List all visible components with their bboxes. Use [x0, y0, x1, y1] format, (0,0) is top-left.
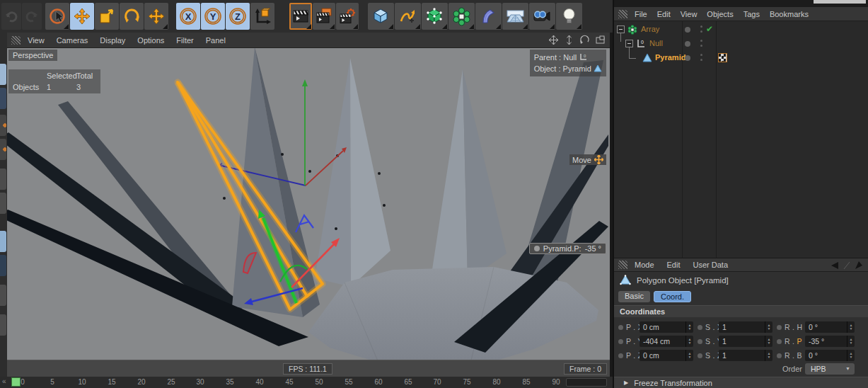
enabled-check-icon[interactable]: ✔ — [706, 24, 713, 34]
object-name[interactable]: Array — [641, 25, 659, 33]
keyframe-dot[interactable] — [777, 353, 782, 358]
undo-icon[interactable] — [1, 3, 21, 30]
toggle-layout-icon[interactable] — [595, 35, 606, 45]
render-settings-icon[interactable] — [336, 3, 359, 30]
viewport-canvas[interactable]: Perspective Selected Total Objects 1 3 P… — [7, 48, 610, 360]
render-dots[interactable] — [700, 54, 702, 62]
tree-row-array[interactable]: Array ✔ — [614, 23, 868, 37]
object-name[interactable]: Null — [649, 39, 663, 47]
keyframe-dot[interactable] — [618, 353, 623, 358]
tab-basic[interactable]: Basic — [618, 291, 650, 302]
lock-z-axis-icon[interactable]: Z — [226, 3, 250, 30]
keyframe-dot[interactable] — [777, 325, 782, 330]
tree-row-pyramid[interactable]: Pyramid — [614, 51, 868, 65]
om-menu-file[interactable]: File — [635, 10, 647, 18]
render-view-icon[interactable] — [289, 3, 312, 30]
drag-handle-icon[interactable] — [11, 36, 21, 45]
subdivision-surface-icon[interactable] — [422, 3, 448, 30]
stepper-icon[interactable]: ▲▼ — [847, 350, 855, 361]
light-icon[interactable] — [556, 3, 582, 30]
rb-field[interactable]: 0 °▲▼ — [805, 350, 855, 361]
left-tool-sliver[interactable] — [0, 88, 6, 109]
left-tool-sliver[interactable] — [0, 231, 6, 252]
stepper-icon[interactable]: ▲▼ — [765, 321, 772, 333]
px-field[interactable]: 0 cm▲▼ — [640, 321, 693, 333]
keyframe-dot[interactable] — [618, 339, 623, 344]
om-menu-view[interactable]: View — [681, 10, 698, 18]
om-menu-tags[interactable]: Tags — [743, 10, 760, 18]
drag-handle-icon[interactable] — [618, 261, 627, 269]
keyframe-dot[interactable] — [698, 353, 702, 358]
array-generator-icon[interactable] — [449, 3, 475, 30]
collapse-toggle-icon[interactable] — [617, 25, 625, 33]
om-menu-bookmarks[interactable]: Bookmarks — [770, 10, 809, 18]
rotate-view-icon[interactable] — [579, 35, 590, 45]
left-tool-sliver[interactable] — [0, 64, 6, 85]
am-menu-userdata[interactable]: User Data — [693, 261, 729, 269]
sz-field[interactable]: 1▲▼ — [719, 350, 772, 361]
stepper-icon[interactable]: ▲▼ — [685, 321, 693, 333]
stepper-icon[interactable]: ▲▼ — [765, 350, 772, 361]
render-dots[interactable] — [700, 25, 702, 34]
floor-environment-icon[interactable] — [502, 3, 528, 30]
live-selection-icon[interactable] — [45, 3, 69, 30]
menu-display[interactable]: Display — [100, 36, 125, 45]
pan-view-icon[interactable] — [548, 35, 559, 45]
am-menu-mode[interactable]: Mode — [635, 261, 654, 269]
rp-field[interactable]: -35 °▲▼ — [805, 336, 855, 347]
tab-coord[interactable]: Coord. — [654, 291, 691, 302]
history-forward-icon[interactable] — [854, 261, 864, 270]
keyframe-dot[interactable] — [698, 325, 702, 330]
left-tool-sliver[interactable] — [0, 314, 6, 336]
redo-icon[interactable] — [22, 3, 42, 30]
scale-tool-icon[interactable] — [95, 3, 119, 30]
timeline-end-field[interactable] — [566, 378, 607, 387]
move-tool-icon[interactable] — [70, 3, 94, 30]
rh-field[interactable]: 0 °▲▼ — [805, 321, 855, 333]
lock-y-axis-icon[interactable]: Y — [201, 3, 225, 30]
render-dots[interactable] — [700, 40, 702, 48]
add-spline-pen-icon[interactable] — [395, 3, 421, 30]
left-tool-sliver[interactable] — [0, 115, 6, 136]
deformer-bend-icon[interactable] — [475, 3, 502, 30]
last-tool-icon[interactable] — [144, 3, 168, 30]
menu-view[interactable]: View — [28, 36, 45, 45]
menu-cameras[interactable]: Cameras — [57, 36, 88, 45]
py-field[interactable]: -404 cm▲▼ — [640, 336, 693, 347]
keyframe-dot[interactable] — [698, 339, 702, 344]
pz-field[interactable]: 0 cm▲▼ — [640, 350, 693, 361]
left-tool-sliver[interactable] — [0, 255, 6, 276]
left-tool-sliver[interactable] — [0, 139, 6, 160]
drag-handle-icon[interactable] — [618, 10, 627, 18]
stepper-icon[interactable]: ▲▼ — [685, 350, 693, 361]
camera-label[interactable]: Perspective — [8, 50, 57, 61]
tree-row-null[interactable]: 0 Null — [614, 37, 868, 51]
sy-field[interactable]: 1▲▼ — [719, 336, 772, 347]
menu-panel[interactable]: Panel — [206, 36, 226, 45]
history-back-icon[interactable] — [830, 261, 840, 270]
motion-camera-icon[interactable] — [529, 3, 555, 30]
zoom-view-icon[interactable] — [564, 35, 574, 45]
texture-tag-icon[interactable] — [718, 53, 727, 62]
order-dropdown[interactable]: HPB▼ — [805, 363, 855, 375]
visibility-dot[interactable] — [685, 27, 690, 33]
coordinate-system-icon[interactable] — [250, 3, 274, 30]
timeline-ruler[interactable]: « 0 5 10 15 20 25 30 35 40 45 50 55 60 6… — [0, 377, 613, 388]
left-tool-sliver[interactable] — [0, 285, 6, 306]
add-cube-primitive-icon[interactable] — [368, 3, 394, 30]
left-tool-sliver[interactable] — [0, 169, 6, 190]
coordinates-section-header[interactable]: Coordinates — [614, 305, 868, 317]
stepper-icon[interactable]: ▲▼ — [765, 336, 772, 347]
lock-x-axis-icon[interactable]: X — [176, 3, 200, 30]
collapse-toggle-icon[interactable] — [625, 40, 633, 47]
stepper-icon[interactable]: ▲▼ — [847, 321, 855, 333]
visibility-dot[interactable] — [685, 41, 690, 47]
keyframe-dot[interactable] — [777, 339, 782, 344]
menu-options[interactable]: Options — [137, 36, 164, 45]
om-menu-edit[interactable]: Edit — [657, 10, 671, 18]
menu-filter[interactable]: Filter — [176, 36, 193, 45]
timeline-scroll-left[interactable]: « — [2, 377, 6, 385]
stepper-icon[interactable]: ▲▼ — [847, 336, 855, 347]
visibility-dot[interactable] — [685, 55, 690, 61]
rotate-tool-icon[interactable] — [120, 3, 144, 30]
